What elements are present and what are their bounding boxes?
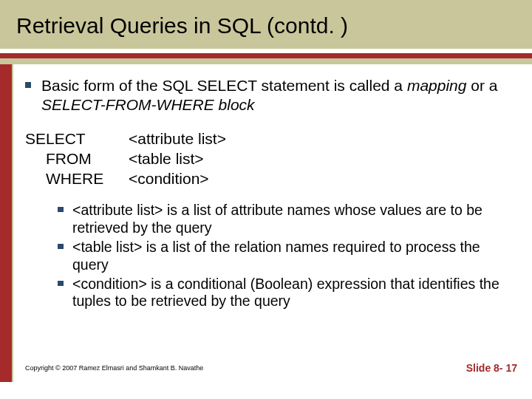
syntax-block: SELECT <attribute list> FROM <table list… (25, 129, 514, 189)
sub-list: <attribute list> is a list of attribute … (25, 202, 514, 310)
bullet-icon (58, 244, 64, 249)
ph-where: <condition> (129, 168, 209, 188)
kw-where: WHERE (25, 168, 129, 188)
main-bullet-text: Basic form of the SQL SELECT statement i… (41, 76, 514, 115)
copyright: Copyright © 2007 Ramez Elmasri and Shamk… (25, 364, 203, 372)
slide-title: Retrieval Queries in SQL (contd. ) (16, 13, 516, 38)
sub-text-2: <table list> is a list of the relation n… (72, 239, 514, 274)
sub-bullet-3: <condition> is a conditional (Boolean) e… (58, 276, 514, 311)
body-area: Basic form of the SQL SELECT statement i… (0, 64, 532, 382)
accent-spacer (0, 58, 532, 64)
syntax-row-where: WHERE <condition> (25, 168, 514, 188)
content: Basic form of the SQL SELECT statement i… (0, 64, 532, 367)
syntax-row-select: SELECT <attribute list> (25, 129, 514, 149)
title-bar: Retrieval Queries in SQL (contd. ) (0, 0, 532, 49)
ph-select: <attribute list> (129, 129, 226, 149)
slide: Retrieval Queries in SQL (contd. ) Basic… (0, 0, 532, 399)
kw-from: FROM (25, 149, 129, 168)
kw-select: SELECT (25, 129, 129, 149)
ph-from: <table list> (129, 149, 204, 168)
bullet-icon (25, 82, 31, 88)
accent-bar (0, 53, 532, 58)
bullet-icon (58, 207, 64, 212)
main-bullet: Basic form of the SQL SELECT statement i… (25, 76, 514, 115)
slide-number: Slide 8- 17 (466, 362, 517, 374)
sub-bullet-2: <table list> is a list of the relation n… (58, 239, 514, 274)
sub-bullet-1: <attribute list> is a list of attribute … (58, 202, 514, 237)
syntax-row-from: FROM <table list> (25, 149, 514, 168)
bullet-icon (58, 281, 64, 286)
footer: Copyright © 2007 Ramez Elmasri and Shamk… (0, 360, 532, 382)
sub-text-1: <attribute list> is a list of attribute … (72, 202, 514, 237)
sub-text-3: <condition> is a conditional (Boolean) e… (72, 276, 514, 311)
